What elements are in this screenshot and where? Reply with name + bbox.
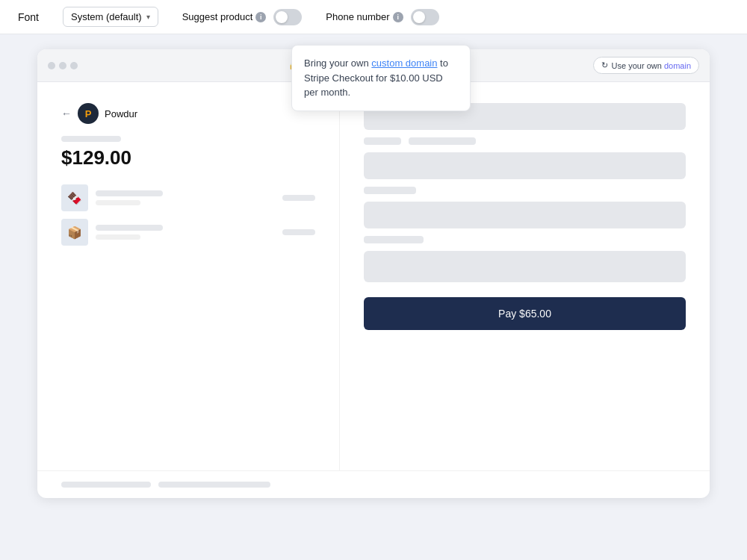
product-thumb-2: 📦 [61,219,88,246]
product-item-1: 🍫 [61,184,315,211]
browser-dot-yellow [59,62,66,69]
form-sub-2 [409,137,476,145]
phone-number-label: Phone number i [326,11,403,22]
product-info-1 [96,190,275,205]
product-emoji-1: 🍫 [67,191,82,205]
suggest-product-toggle[interactable] [273,9,302,25]
footer-bar-1 [61,482,151,488]
use-own-domain-label: Use your own domain [612,61,691,70]
toolbar: Font System (default) ▾ Suggest product … [0,0,747,34]
main-area: 🔒 checkout.stripe.com ↻ Use your own dom… [0,34,747,560]
domain-refresh-icon: ↻ [601,60,608,70]
footer-bar-2 [158,482,270,488]
checkout-left-panel: ← P Powdur $129.00 🍫 [37,82,340,470]
browser-dots [48,62,78,69]
font-label: Font [18,11,39,23]
form-label-4 [364,187,416,194]
product-sub-skel-2 [96,234,140,240]
product-emoji-2: 📦 [67,225,82,240]
browser-dot-red [48,62,55,69]
domain-link-text: domain [664,61,691,70]
form-label-2 [364,137,401,145]
product-item-2: 📦 [61,219,315,246]
checkout-footer [37,470,710,498]
back-navigation: ← P Powdur [61,103,315,124]
product-price-skel-2 [282,229,315,235]
suggest-product-group: Suggest product i [182,9,303,25]
suggest-product-label: Suggest product i [182,11,267,22]
pay-button-label: Pay $65.00 [498,308,551,320]
tooltip: Bring your own custom domain to Stripe C… [291,45,471,111]
price-label-skeleton [61,136,121,142]
browser-mock: 🔒 checkout.stripe.com ↻ Use your own dom… [37,49,710,498]
checkout-right-panel: Pay $65.00 [340,82,710,470]
browser-dot-green [70,62,78,69]
form-label-6 [364,236,424,243]
product-name-skel-2 [96,225,163,231]
tooltip-prefix: Bring your own [304,57,371,69]
merchant-name: Powdur [105,108,137,119]
pay-button[interactable]: Pay $65.00 [364,297,686,330]
product-sub-skel-1 [96,200,140,205]
product-info-2 [96,225,275,240]
merchant-initial: P [85,108,92,119]
use-own-domain-button[interactable]: ↻ Use your own domain [593,57,699,74]
form-field-7 [364,251,686,282]
back-arrow-icon[interactable]: ← [61,108,72,119]
price-value: $129.00 [61,146,315,169]
merchant-avatar: P [78,103,99,124]
phone-number-group: Phone number i [326,9,438,25]
form-field-5 [364,202,686,228]
form-field-3 [364,152,686,179]
product-thumb-1: 🍫 [61,184,88,211]
font-select[interactable]: System (default) ▾ [63,7,158,27]
phone-number-info-icon[interactable]: i [393,12,403,22]
font-select-value: System (default) [71,11,142,22]
checkout-layout: ← P Powdur $129.00 🍫 [37,82,710,470]
tooltip-container: Bring your own custom domain to Stripe C… [291,45,471,111]
suggest-product-info-icon[interactable]: i [255,12,266,22]
form-skeleton: Pay $65.00 [364,103,686,330]
product-price-skel-1 [282,195,315,201]
product-name-skel-1 [96,190,163,196]
custom-domain-link[interactable]: custom domain [371,57,437,69]
phone-number-toggle[interactable] [411,9,439,25]
chevron-down-icon: ▾ [146,13,150,21]
form-row-2 [364,137,686,145]
